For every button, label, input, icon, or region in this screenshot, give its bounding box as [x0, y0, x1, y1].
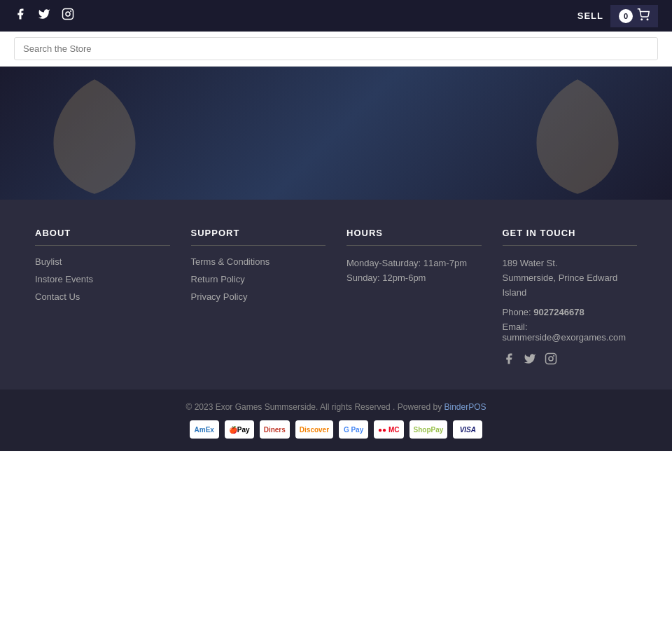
search-input[interactable] — [14, 37, 658, 60]
footer-hours-title: HOURS — [346, 228, 482, 238]
footer-contact-divider — [503, 245, 638, 246]
svg-point-4 — [647, 19, 648, 20]
copyright-label: © 2023 Exor Games Summserside. All right… — [186, 402, 395, 412]
footer-hours-divider — [346, 245, 482, 246]
footer-support-divider — [191, 245, 326, 246]
cart-icon — [637, 8, 650, 24]
footer-support-title: SUPPORT — [191, 228, 326, 238]
header-actions: SELL 0 — [578, 5, 658, 27]
svg-rect-5 — [545, 354, 556, 364]
sell-button[interactable]: SELL — [578, 11, 603, 21]
footer-phone-line: Phone: 9027246678 — [503, 307, 638, 317]
cart-button[interactable]: 0 — [610, 5, 658, 27]
payment-amex: AmEx — [190, 420, 219, 439]
payment-diners: Diners — [260, 420, 290, 439]
svg-point-2 — [71, 11, 71, 12]
footer-phone: 9027246678 — [533, 307, 584, 317]
payment-gpay: G Pay — [339, 420, 368, 439]
footer-link-privacy-policy[interactable]: Privacy Policy — [191, 291, 326, 302]
twitter-icon[interactable] — [38, 8, 50, 24]
payment-mastercard: ●● MC — [374, 420, 403, 439]
footer-support-section: SUPPORT Terms & Conditions Return Policy… — [191, 228, 326, 368]
footer-about-section: ABOUT Buylist Instore Events Contact Us — [35, 228, 170, 368]
header-social-icons — [14, 8, 74, 24]
hero-banner — [0, 67, 672, 200]
footer-twitter-icon[interactable] — [524, 352, 536, 368]
facebook-icon[interactable] — [14, 8, 27, 24]
footer-facebook-icon[interactable] — [503, 352, 515, 368]
footer-contact-title: GET IN TOUCH — [503, 228, 638, 238]
payment-discover: Discover — [295, 420, 333, 439]
footer-phone-label: Phone: — [503, 307, 531, 317]
footer-social-icons — [503, 352, 638, 368]
footer-link-instore-events[interactable]: Instore Events — [35, 274, 170, 284]
footer-grid: ABOUT Buylist Instore Events Contact Us … — [35, 228, 637, 390]
site-footer: ABOUT Buylist Instore Events Contact Us … — [0, 200, 672, 390]
footer-contact-section: GET IN TOUCH 189 Water St. Summerside, P… — [503, 228, 638, 368]
payment-visa: VISA — [453, 420, 482, 439]
site-header: SELL 0 — [0, 0, 672, 32]
svg-point-6 — [549, 357, 553, 361]
payment-applepay: 🍎Pay — [225, 420, 254, 439]
payment-shoppay: ShopPay — [410, 420, 448, 439]
search-bar — [0, 32, 672, 67]
footer-link-terms[interactable]: Terms & Conditions — [191, 256, 326, 267]
footer-email-link[interactable]: summerside@exorgames.com — [503, 332, 626, 343]
footer-email-label: Email: — [503, 322, 528, 332]
footer-bottom: © 2023 Exor Games Summserside. All right… — [0, 390, 672, 451]
svg-point-3 — [641, 19, 643, 20]
payment-icons: AmEx 🍎Pay Diners Discover G Pay ●● MC Sh… — [14, 420, 658, 439]
powered-by-label: Powered by — [398, 402, 442, 412]
footer-hours-text: Monday-Saturday: 11am-7pm Sunday: 12pm-6… — [346, 256, 482, 286]
footer-hours-section: HOURS Monday-Saturday: 11am-7pm Sunday: … — [346, 228, 482, 368]
svg-point-1 — [66, 12, 70, 16]
footer-email-line: Email: summerside@exorgames.com — [503, 322, 638, 343]
footer-link-contact-us[interactable]: Contact Us — [35, 291, 170, 302]
footer-link-buylist[interactable]: Buylist — [35, 256, 170, 267]
instagram-icon[interactable] — [62, 8, 74, 24]
footer-about-title: ABOUT — [35, 228, 170, 238]
svg-point-7 — [553, 356, 554, 357]
hero-watermark-right — [497, 74, 658, 200]
binderpos-link[interactable]: BinderPOS — [444, 402, 486, 412]
footer-address-line2: Summerside, Prince Edward Island — [503, 273, 618, 298]
footer-instagram-icon[interactable] — [545, 352, 557, 368]
hero-watermark-left — [14, 74, 175, 200]
footer-link-return-policy[interactable]: Return Policy — [191, 274, 326, 284]
footer-copyright-text: © 2023 Exor Games Summserside. All right… — [14, 402, 658, 412]
footer-address: 189 Water St. Summerside, Prince Edward … — [503, 256, 638, 300]
footer-address-line1: 189 Water St. — [503, 258, 558, 268]
footer-about-divider — [35, 245, 170, 246]
svg-rect-0 — [63, 9, 74, 20]
cart-count: 0 — [619, 9, 633, 23]
